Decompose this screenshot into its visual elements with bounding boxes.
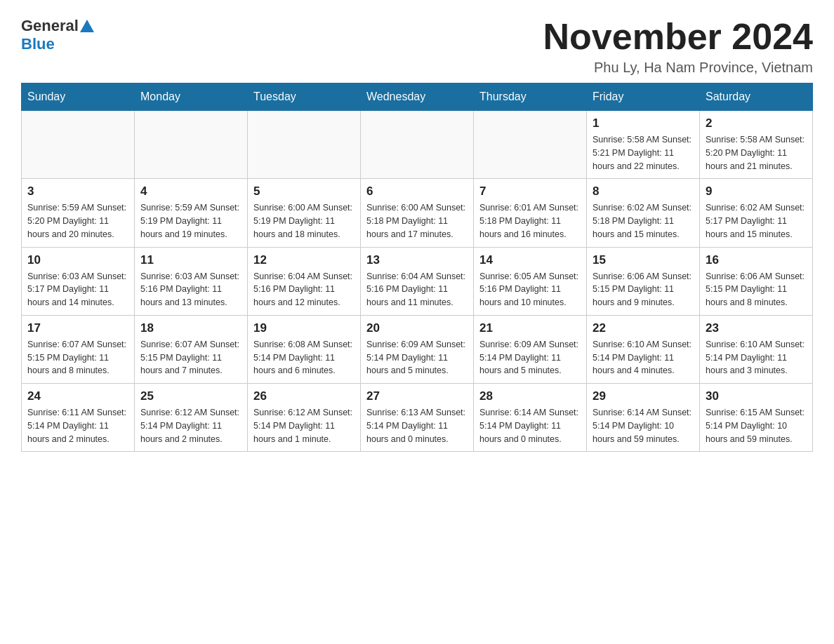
calendar-day-cell: 3Sunrise: 5:59 AM Sunset: 5:20 PM Daylig… — [22, 179, 135, 247]
calendar-day-cell: 15Sunrise: 6:06 AM Sunset: 5:15 PM Dayli… — [587, 247, 700, 315]
calendar-day-cell: 14Sunrise: 6:05 AM Sunset: 5:16 PM Dayli… — [474, 247, 587, 315]
calendar-day-cell: 8Sunrise: 6:02 AM Sunset: 5:18 PM Daylig… — [587, 179, 700, 247]
calendar-day-cell — [22, 111, 135, 179]
calendar-day-cell: 19Sunrise: 6:08 AM Sunset: 5:14 PM Dayli… — [248, 315, 361, 383]
day-info: Sunrise: 6:11 AM Sunset: 5:14 PM Dayligh… — [27, 406, 128, 445]
calendar-day-cell: 7Sunrise: 6:01 AM Sunset: 5:18 PM Daylig… — [474, 179, 587, 247]
day-info: Sunrise: 6:12 AM Sunset: 5:14 PM Dayligh… — [140, 406, 241, 445]
day-info: Sunrise: 6:00 AM Sunset: 5:18 PM Dayligh… — [366, 201, 468, 241]
day-info: Sunrise: 5:58 AM Sunset: 5:20 PM Dayligh… — [706, 133, 807, 173]
calendar-day-cell: 2Sunrise: 5:58 AM Sunset: 5:20 PM Daylig… — [700, 111, 813, 179]
day-info: Sunrise: 6:06 AM Sunset: 5:15 PM Dayligh… — [593, 270, 694, 309]
calendar-week-row: 3Sunrise: 5:59 AM Sunset: 5:20 PM Daylig… — [22, 179, 813, 247]
calendar-day-cell — [474, 111, 587, 179]
weekday-header: Sunday — [22, 83, 135, 111]
day-number: 2 — [706, 116, 807, 130]
calendar-day-cell: 12Sunrise: 6:04 AM Sunset: 5:16 PM Dayli… — [248, 247, 361, 315]
day-number: 18 — [140, 321, 241, 335]
day-number: 5 — [253, 185, 355, 199]
calendar-day-cell: 1Sunrise: 5:58 AM Sunset: 5:21 PM Daylig… — [587, 111, 700, 179]
day-info: Sunrise: 5:58 AM Sunset: 5:21 PM Dayligh… — [593, 133, 694, 173]
day-number: 30 — [706, 389, 807, 403]
logo: General Blue — [21, 17, 94, 53]
day-info: Sunrise: 6:07 AM Sunset: 5:15 PM Dayligh… — [140, 338, 241, 377]
day-number: 27 — [366, 389, 468, 403]
calendar-day-cell: 4Sunrise: 5:59 AM Sunset: 5:19 PM Daylig… — [135, 179, 248, 247]
calendar-day-cell: 22Sunrise: 6:10 AM Sunset: 5:14 PM Dayli… — [587, 315, 700, 383]
day-number: 15 — [593, 253, 694, 267]
calendar-day-cell: 23Sunrise: 6:10 AM Sunset: 5:14 PM Dayli… — [700, 315, 813, 383]
weekday-header: Wednesday — [361, 83, 474, 111]
day-number: 29 — [593, 389, 694, 403]
calendar-week-row: 10Sunrise: 6:03 AM Sunset: 5:17 PM Dayli… — [22, 247, 813, 315]
calendar-day-cell: 21Sunrise: 6:09 AM Sunset: 5:14 PM Dayli… — [474, 315, 587, 383]
day-info: Sunrise: 6:14 AM Sunset: 5:14 PM Dayligh… — [593, 406, 694, 445]
day-info: Sunrise: 5:59 AM Sunset: 5:19 PM Dayligh… — [140, 201, 241, 241]
day-info: Sunrise: 6:09 AM Sunset: 5:14 PM Dayligh… — [479, 338, 581, 377]
calendar-day-cell: 25Sunrise: 6:12 AM Sunset: 5:14 PM Dayli… — [135, 384, 248, 452]
day-number: 19 — [253, 321, 355, 335]
day-number: 8 — [593, 185, 694, 199]
day-info: Sunrise: 6:15 AM Sunset: 5:14 PM Dayligh… — [706, 406, 807, 445]
page-header: General Blue November 2024 Phu Ly, Ha Na… — [21, 17, 813, 76]
calendar-day-cell: 16Sunrise: 6:06 AM Sunset: 5:15 PM Dayli… — [700, 247, 813, 315]
weekday-header: Thursday — [474, 83, 587, 111]
calendar-day-cell: 10Sunrise: 6:03 AM Sunset: 5:17 PM Dayli… — [22, 247, 135, 315]
day-number: 13 — [366, 253, 468, 267]
calendar-day-cell — [248, 111, 361, 179]
logo-triangle-icon — [80, 20, 94, 32]
day-number: 26 — [253, 389, 355, 403]
day-info: Sunrise: 6:01 AM Sunset: 5:18 PM Dayligh… — [479, 201, 581, 241]
day-number: 28 — [479, 389, 581, 403]
calendar-day-cell: 5Sunrise: 6:00 AM Sunset: 5:19 PM Daylig… — [248, 179, 361, 247]
day-info: Sunrise: 6:12 AM Sunset: 5:14 PM Dayligh… — [253, 406, 355, 445]
weekday-header: Tuesday — [248, 83, 361, 111]
day-number: 11 — [140, 253, 241, 267]
day-number: 1 — [593, 116, 694, 130]
calendar-day-cell: 18Sunrise: 6:07 AM Sunset: 5:15 PM Dayli… — [135, 315, 248, 383]
weekday-header: Saturday — [700, 83, 813, 111]
day-number: 24 — [27, 389, 128, 403]
day-number: 10 — [27, 253, 128, 267]
day-info: Sunrise: 6:00 AM Sunset: 5:19 PM Dayligh… — [253, 201, 355, 241]
day-info: Sunrise: 6:04 AM Sunset: 5:16 PM Dayligh… — [253, 270, 355, 309]
weekday-header-row: SundayMondayTuesdayWednesdayThursdayFrid… — [22, 83, 813, 111]
day-number: 23 — [706, 321, 807, 335]
day-number: 22 — [593, 321, 694, 335]
day-number: 20 — [366, 321, 468, 335]
day-info: Sunrise: 6:04 AM Sunset: 5:16 PM Dayligh… — [366, 270, 468, 309]
day-number: 25 — [140, 389, 241, 403]
day-info: Sunrise: 6:09 AM Sunset: 5:14 PM Dayligh… — [366, 338, 468, 377]
day-info: Sunrise: 5:59 AM Sunset: 5:20 PM Dayligh… — [27, 201, 128, 241]
calendar-day-cell: 27Sunrise: 6:13 AM Sunset: 5:14 PM Dayli… — [361, 384, 474, 452]
calendar-day-cell: 28Sunrise: 6:14 AM Sunset: 5:14 PM Dayli… — [474, 384, 587, 452]
calendar-day-cell: 24Sunrise: 6:11 AM Sunset: 5:14 PM Dayli… — [22, 384, 135, 452]
day-info: Sunrise: 6:10 AM Sunset: 5:14 PM Dayligh… — [706, 338, 807, 377]
day-info: Sunrise: 6:13 AM Sunset: 5:14 PM Dayligh… — [366, 406, 468, 445]
calendar-day-cell: 9Sunrise: 6:02 AM Sunset: 5:17 PM Daylig… — [700, 179, 813, 247]
calendar-day-cell: 30Sunrise: 6:15 AM Sunset: 5:14 PM Dayli… — [700, 384, 813, 452]
month-title: November 2024 — [543, 17, 813, 57]
day-number: 17 — [27, 321, 128, 335]
day-number: 9 — [706, 185, 807, 199]
logo-blue-text: Blue — [21, 35, 55, 53]
day-number: 14 — [479, 253, 581, 267]
day-number: 21 — [479, 321, 581, 335]
calendar-day-cell: 29Sunrise: 6:14 AM Sunset: 5:14 PM Dayli… — [587, 384, 700, 452]
calendar-day-cell: 17Sunrise: 6:07 AM Sunset: 5:15 PM Dayli… — [22, 315, 135, 383]
day-info: Sunrise: 6:10 AM Sunset: 5:14 PM Dayligh… — [593, 338, 694, 377]
day-number: 4 — [140, 185, 241, 199]
logo-general-text: General — [21, 17, 79, 35]
calendar-week-row: 24Sunrise: 6:11 AM Sunset: 5:14 PM Dayli… — [22, 384, 813, 452]
calendar-day-cell: 20Sunrise: 6:09 AM Sunset: 5:14 PM Dayli… — [361, 315, 474, 383]
day-info: Sunrise: 6:03 AM Sunset: 5:17 PM Dayligh… — [27, 270, 128, 309]
day-info: Sunrise: 6:02 AM Sunset: 5:18 PM Dayligh… — [593, 201, 694, 241]
day-info: Sunrise: 6:03 AM Sunset: 5:16 PM Dayligh… — [140, 270, 241, 309]
location-title: Phu Ly, Ha Nam Province, Vietnam — [543, 60, 813, 76]
day-info: Sunrise: 6:05 AM Sunset: 5:16 PM Dayligh… — [479, 270, 581, 309]
day-number: 3 — [27, 185, 128, 199]
weekday-header: Friday — [587, 83, 700, 111]
calendar-week-row: 1Sunrise: 5:58 AM Sunset: 5:21 PM Daylig… — [22, 111, 813, 179]
calendar-week-row: 17Sunrise: 6:07 AM Sunset: 5:15 PM Dayli… — [22, 315, 813, 383]
day-number: 7 — [479, 185, 581, 199]
